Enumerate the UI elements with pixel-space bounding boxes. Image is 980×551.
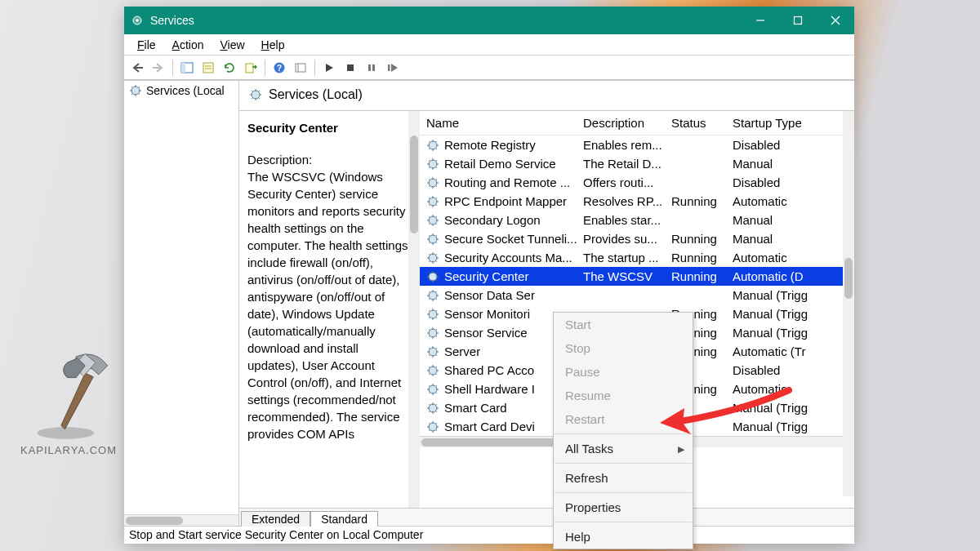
ctx-properties[interactable]: Properties — [554, 495, 693, 519]
col-desc[interactable]: Description — [580, 114, 668, 131]
restart-service-button[interactable] — [383, 58, 403, 78]
service-startup: Disabled — [729, 136, 854, 153]
service-row[interactable]: Secondary LogonEnables star...Manual — [420, 211, 854, 229]
service-startup: Manual (Trigg — [729, 399, 854, 416]
description-text: The WSCSVC (Windows Security Center) ser… — [247, 170, 408, 441]
minimize-button[interactable] — [742, 7, 779, 34]
service-desc: Provides su... — [580, 230, 668, 247]
tree-services-local[interactable]: Services (Local — [124, 81, 238, 100]
service-desc: The Retail D... — [580, 155, 668, 172]
service-startup: Manual — [729, 230, 854, 247]
console-tree[interactable]: Services (Local — [124, 81, 239, 526]
col-startup[interactable]: Startup Type — [729, 114, 854, 131]
svg-rect-19 — [372, 64, 375, 71]
service-name: Smart Card — [444, 401, 507, 415]
service-name: Security Center — [444, 269, 528, 283]
svg-rect-20 — [388, 64, 390, 71]
tree-label: Services (Local — [146, 84, 225, 97]
pause-service-button[interactable] — [362, 58, 381, 78]
tab-standard[interactable]: Standard — [310, 511, 378, 527]
ctx-refresh[interactable]: Refresh — [554, 466, 693, 490]
ctx-pause[interactable]: Pause — [554, 360, 693, 384]
service-row[interactable]: Security Accounts Ma...The startup ...Ru… — [420, 248, 854, 267]
service-desc: Offers routi... — [580, 174, 668, 191]
tab-extended[interactable]: Extended — [241, 511, 310, 527]
gear-icon — [426, 364, 439, 377]
service-name: RPC Endpoint Mapper — [444, 194, 567, 208]
service-status — [668, 162, 729, 166]
properties-button[interactable] — [198, 58, 218, 78]
ctx-alltasks[interactable]: All Tasks▶ — [554, 437, 693, 460]
context-menu: Start Stop Pause Resume Restart All Task… — [553, 312, 693, 549]
service-name: Sensor Monitori — [444, 307, 530, 321]
svg-rect-12 — [246, 64, 253, 73]
export-button[interactable] — [241, 58, 261, 78]
service-startup: Automatic — [729, 249, 854, 266]
service-row[interactable]: Secure Socket Tunneli...Provides su...Ru… — [420, 229, 854, 248]
back-button[interactable] — [127, 58, 147, 78]
menu-file[interactable]: File — [129, 37, 164, 53]
stop-service-button[interactable] — [341, 58, 360, 78]
ctx-help[interactable]: Help — [554, 525, 693, 549]
service-row[interactable]: Sensor Data SerManual (Trigg — [420, 286, 854, 304]
service-name: Sensor Service — [444, 326, 528, 340]
ctx-stop[interactable]: Stop — [554, 336, 693, 360]
gear-icon — [426, 327, 439, 340]
help-button[interactable]: ? — [270, 58, 289, 78]
service-row[interactable]: Security CenterThe WSCSVRunningAutomatic… — [420, 267, 854, 286]
service-startup: Manual (Trigg — [729, 287, 854, 304]
service-row[interactable]: Retail Demo ServiceThe Retail D...Manual — [420, 154, 854, 173]
service-desc: Enables star... — [580, 211, 668, 229]
selected-service-name: Security Center — [247, 119, 412, 136]
show-hide-tree-button[interactable] — [177, 58, 197, 78]
forward-button[interactable] — [149, 58, 168, 78]
gear-icon — [249, 88, 262, 101]
ctx-restart[interactable]: Restart — [554, 407, 693, 431]
ctx-resume[interactable]: Resume — [554, 384, 693, 407]
service-startup: Disabled — [729, 174, 854, 191]
service-status — [668, 219, 729, 222]
service-desc — [580, 294, 668, 297]
menubar: File Action View Help — [124, 34, 854, 56]
gear-icon — [426, 139, 439, 152]
services-app-icon — [131, 14, 144, 27]
service-name: Secure Socket Tunneli... — [444, 232, 577, 246]
services-window: Services File Action View Help ? — [124, 7, 854, 544]
toolbar-extra-button[interactable] — [291, 58, 310, 78]
service-row[interactable]: Remote RegistryEnables rem...Disabled — [420, 136, 854, 154]
view-tabs: Extended Standard — [239, 508, 854, 526]
gear-icon — [426, 158, 439, 171]
ctx-start[interactable]: Start — [554, 313, 693, 336]
service-startup: Disabled — [729, 362, 854, 379]
close-button[interactable] — [817, 7, 854, 34]
toolbar: ? — [124, 56, 854, 80]
service-row[interactable]: RPC Endpoint MapperResolves RP...Running… — [420, 192, 854, 211]
menu-view[interactable]: View — [212, 37, 253, 53]
service-row[interactable]: Routing and Remote ...Offers routi...Dis… — [420, 173, 854, 192]
description-label: Description: — [247, 153, 312, 167]
col-name[interactable]: Name — [423, 114, 580, 131]
gear-icon — [426, 176, 439, 189]
col-status[interactable]: Status — [668, 114, 729, 131]
service-name: Retail Demo Service — [444, 157, 556, 171]
gear-icon — [426, 383, 439, 396]
service-startup: Automatic (Tr — [729, 343, 854, 360]
service-status: Running — [668, 193, 729, 210]
service-startup: Manual (Trigg — [729, 324, 854, 341]
service-detail-pane: Security Center Description: The WSCSVC … — [239, 111, 420, 508]
menu-help[interactable]: Help — [253, 37, 293, 53]
service-startup: Automatic — [729, 380, 854, 398]
watermark: KAPILARYA.COM — [3, 343, 134, 456]
gear-icon — [426, 214, 439, 227]
refresh-button[interactable] — [220, 58, 239, 78]
titlebar[interactable]: Services — [124, 7, 854, 34]
start-service-button[interactable] — [319, 58, 339, 78]
svg-rect-18 — [368, 64, 371, 71]
menu-action[interactable]: Action — [164, 37, 212, 53]
maximize-button[interactable] — [779, 7, 817, 34]
service-status: Running — [668, 268, 729, 285]
statusbar: Stop and Start service Security Center o… — [124, 526, 854, 544]
column-headers[interactable]: Name Description Status Startup Type — [420, 111, 854, 136]
service-desc: Resolves RP... — [580, 193, 668, 210]
gear-icon — [426, 251, 439, 264]
